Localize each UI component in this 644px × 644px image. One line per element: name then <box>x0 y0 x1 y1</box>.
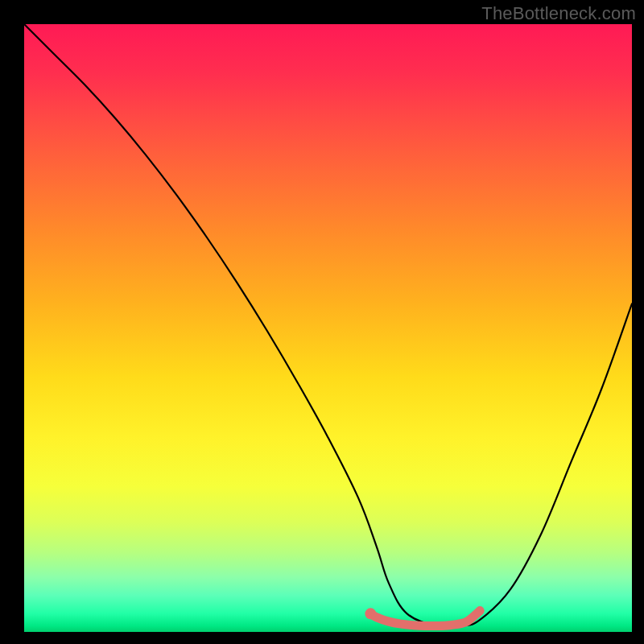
chart-container: TheBottleneck.com <box>0 0 644 644</box>
watermark-text: TheBottleneck.com <box>481 3 636 24</box>
bottleneck-curve <box>24 24 632 627</box>
optimal-range-marker <box>370 611 480 626</box>
optimal-start-dot-icon <box>365 608 376 619</box>
curve-svg <box>24 24 632 632</box>
plot-area <box>24 24 632 632</box>
